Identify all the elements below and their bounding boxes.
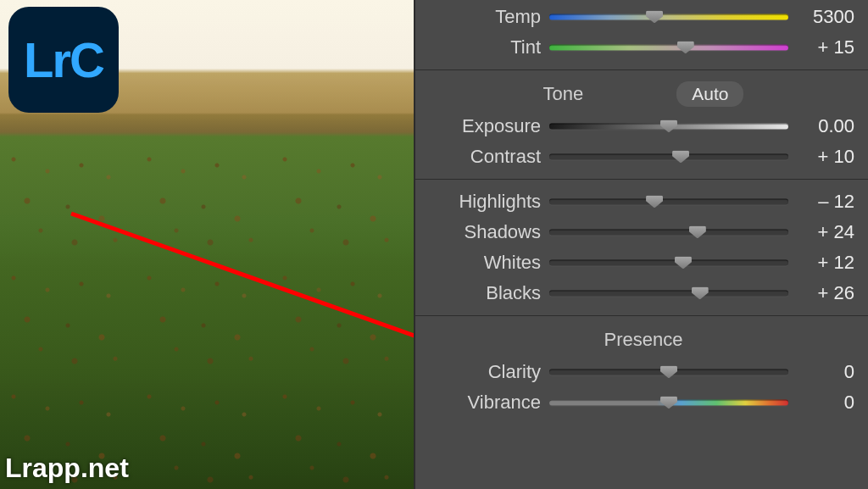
thumb-exposure[interactable] [660, 120, 677, 133]
value-shadows: + 24 [797, 221, 854, 243]
thumb-blacks[interactable] [692, 287, 709, 300]
slider-vibrance[interactable] [549, 393, 788, 412]
label-contrast: Contrast [432, 146, 541, 168]
title-tone: Tone [543, 83, 584, 105]
row-exposure: Exposure 0.00 [432, 111, 854, 142]
thumb-clarity[interactable] [660, 366, 677, 379]
value-blacks: + 26 [797, 282, 854, 304]
develop-panel: Temp 5300 Tint + 15 Tone Auto [414, 0, 868, 489]
row-vibrance: Vibrance 0 [432, 387, 854, 418]
slider-contrast[interactable] [549, 147, 788, 166]
group-white-balance: Temp 5300 Tint + 15 [415, 2, 868, 69]
thumb-temp[interactable] [646, 11, 663, 24]
auto-button[interactable]: Auto [676, 81, 743, 107]
value-clarity: 0 [797, 361, 854, 383]
label-vibrance: Vibrance [432, 392, 541, 414]
title-presence: Presence [604, 329, 683, 351]
label-shadows: Shadows [432, 221, 541, 243]
row-shadows: Shadows + 24 [432, 217, 854, 247]
label-temp: Temp [432, 6, 541, 28]
app-stage: LrC Lrapp.net Temp 5300 Tint [0, 0, 868, 489]
label-whites: Whites [432, 252, 541, 274]
slider-blacks[interactable] [549, 284, 788, 303]
row-blacks: Blacks + 26 [432, 278, 854, 308]
header-tone: Tone Auto [432, 77, 854, 111]
label-blacks: Blacks [432, 282, 541, 304]
lrc-logo-text: LrC [24, 31, 103, 88]
thumb-whites[interactable] [675, 257, 692, 270]
header-presence: Presence [432, 323, 854, 357]
value-whites: + 12 [797, 252, 854, 274]
group-presence: Presence Clarity 0 Vibrance 0 [415, 315, 868, 425]
row-temp: Temp 5300 [432, 2, 854, 32]
group-light: Highlights – 12 Shadows + 24 Whites [415, 179, 868, 315]
slider-clarity[interactable] [549, 363, 788, 381]
thumb-vibrance[interactable] [660, 397, 677, 409]
slider-tint[interactable] [549, 38, 788, 57]
thumb-shadows[interactable] [689, 226, 706, 239]
group-tone: Tone Auto Exposure 0.00 Contrast + 10 [415, 69, 868, 179]
label-highlights: Highlights [432, 191, 541, 213]
label-clarity: Clarity [432, 361, 541, 383]
thumb-highlights[interactable] [646, 196, 663, 208]
slider-temp[interactable] [549, 8, 788, 26]
value-contrast: + 10 [797, 146, 854, 168]
slider-whites[interactable] [549, 253, 788, 272]
label-exposure: Exposure [432, 115, 541, 137]
value-temp: 5300 [797, 6, 854, 28]
slider-highlights[interactable] [549, 192, 788, 211]
value-highlights: – 12 [797, 191, 854, 213]
row-whites: Whites + 12 [432, 247, 854, 278]
thumb-tint[interactable] [677, 42, 694, 54]
lrc-logo: LrC [8, 7, 119, 113]
row-contrast: Contrast + 10 [432, 142, 854, 172]
label-tint: Tint [432, 36, 541, 58]
value-tint: + 15 [797, 36, 854, 58]
slider-shadows[interactable] [549, 223, 788, 242]
row-clarity: Clarity 0 [432, 357, 854, 387]
row-tint: Tint + 15 [432, 32, 854, 63]
value-exposure: 0.00 [797, 115, 854, 137]
thumb-contrast[interactable] [672, 151, 689, 164]
value-vibrance: 0 [797, 392, 854, 414]
watermark-text: Lrapp.net [5, 453, 129, 484]
slider-exposure[interactable] [549, 117, 788, 136]
row-highlights: Highlights – 12 [432, 186, 854, 217]
